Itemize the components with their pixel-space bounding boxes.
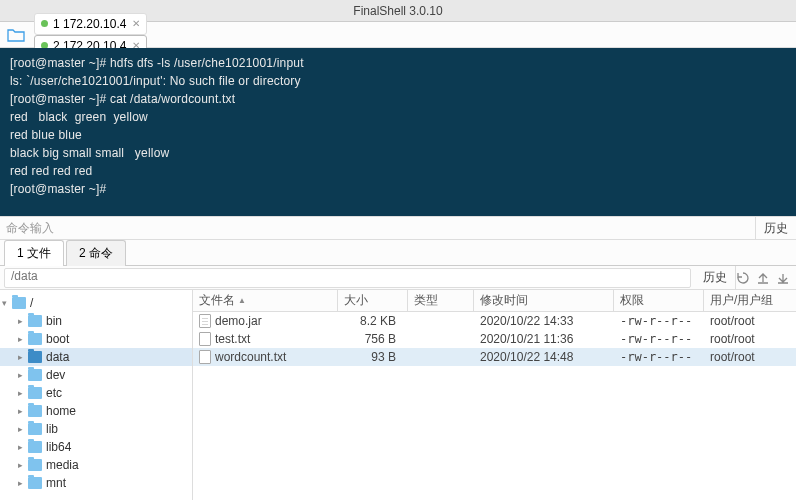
mid-tab-0[interactable]: 1 文件 (4, 240, 64, 266)
folder-icon (28, 351, 42, 363)
file-size: 93 B (338, 350, 408, 364)
file-list-body: demo.jar8.2 KB2020/10/22 14:33-rw-r--r--… (193, 312, 796, 500)
folder-icon (28, 459, 42, 471)
tree-label: lib64 (46, 440, 71, 454)
tree-label: mnt (46, 476, 66, 490)
tree-item-media[interactable]: ▸media (0, 456, 192, 474)
col-perm[interactable]: 权限 (614, 290, 704, 311)
chevron-right-icon[interactable]: ▸ (18, 334, 28, 344)
terminal-line: red red red red (10, 162, 786, 180)
tree-label: data (46, 350, 69, 364)
folder-icon (12, 297, 26, 309)
command-input-row: 命令输入 历史 (0, 216, 796, 240)
table-row[interactable]: test.txt756 B2020/10/21 11:36-rw-r--r--r… (193, 330, 796, 348)
top-toolbar: 1 172.20.10.4✕2 172.20.10.4✕ (0, 22, 796, 48)
folder-icon (28, 369, 42, 381)
file-icon (199, 350, 211, 364)
folder-icon (28, 387, 42, 399)
file-size: 756 B (338, 332, 408, 346)
tab-label: 1 172.20.10.4 (53, 17, 126, 31)
tree-item-dev[interactable]: ▸dev (0, 366, 192, 384)
chevron-right-icon[interactable]: ▸ (18, 316, 28, 326)
chevron-right-icon[interactable]: ▾ (2, 298, 12, 308)
terminal-line: [root@master ~]# (10, 180, 786, 198)
col-size[interactable]: 大小 (338, 290, 408, 311)
download-icon[interactable] (776, 271, 790, 285)
col-name[interactable]: 文件名▲ (193, 290, 338, 311)
chevron-right-icon[interactable]: ▸ (18, 424, 28, 434)
col-owner[interactable]: 用户/用户组 (704, 290, 796, 311)
tree-item-etc[interactable]: ▸etc (0, 384, 192, 402)
tree-label: home (46, 404, 76, 418)
file-icon (199, 314, 211, 328)
terminal-line: [root@master ~]# hdfs dfs -ls /user/che1… (10, 54, 786, 72)
path-input[interactable]: /data (4, 268, 691, 288)
file-list-side: 文件名▲ 大小 类型 修改时间 权限 用户/用户组 demo.jar8.2 KB… (193, 290, 796, 500)
file-owner: root/root (704, 332, 796, 346)
tree-label: boot (46, 332, 69, 346)
tree-item-bin[interactable]: ▸bin (0, 312, 192, 330)
tree-item-lib[interactable]: ▸lib (0, 420, 192, 438)
tree-label: etc (46, 386, 62, 400)
chevron-right-icon[interactable]: ▸ (18, 460, 28, 470)
tree-item-data[interactable]: ▸data (0, 348, 192, 366)
terminal-line: ls: `/user/che1021001/input': No such fi… (10, 72, 786, 90)
folder-icon (28, 315, 42, 327)
folder-icon (28, 441, 42, 453)
file-perm: -rw-r--r-- (614, 350, 704, 364)
path-history-button[interactable]: 历史 (695, 266, 736, 289)
tree-item-boot[interactable]: ▸boot (0, 330, 192, 348)
tree-label: / (30, 296, 33, 310)
connection-tab-0[interactable]: 1 172.20.10.4✕ (34, 13, 147, 35)
terminal-line: black big small small yellow (10, 144, 786, 162)
refresh-icon[interactable] (736, 271, 750, 285)
terminal-line: [root@master ~]# cat /data/wordcount.txt (10, 90, 786, 108)
terminal-output[interactable]: [root@master ~]# hdfs dfs -ls /user/che1… (0, 48, 796, 216)
chevron-right-icon[interactable]: ▸ (18, 406, 28, 416)
chevron-right-icon[interactable]: ▸ (18, 388, 28, 398)
sort-asc-icon: ▲ (238, 296, 246, 305)
open-folder-icon[interactable] (4, 25, 28, 45)
chevron-right-icon[interactable]: ▸ (18, 478, 28, 488)
file-name: wordcount.txt (215, 350, 286, 364)
tree-item-mnt[interactable]: ▸mnt (0, 474, 192, 492)
chevron-right-icon[interactable]: ▸ (18, 352, 28, 362)
close-icon[interactable]: ✕ (132, 18, 140, 29)
tree-label: lib (46, 422, 58, 436)
mid-tabs: 1 文件2 命令 (0, 240, 796, 266)
file-mtime: 2020/10/22 14:48 (474, 350, 614, 364)
file-mtime: 2020/10/21 11:36 (474, 332, 614, 346)
terminal-line: red blue blue (10, 126, 786, 144)
tree-item-root[interactable]: ▾/ (0, 294, 192, 312)
file-size: 8.2 KB (338, 314, 408, 328)
file-name: demo.jar (215, 314, 262, 328)
col-type[interactable]: 类型 (408, 290, 474, 311)
tree-label: dev (46, 368, 65, 382)
tree-item-lib64[interactable]: ▸lib64 (0, 438, 192, 456)
table-row[interactable]: demo.jar8.2 KB2020/10/22 14:33-rw-r--r--… (193, 312, 796, 330)
chevron-right-icon[interactable]: ▸ (18, 370, 28, 380)
tree-label: bin (46, 314, 62, 328)
file-perm: -rw-r--r-- (614, 314, 704, 328)
command-input[interactable]: 命令输入 (0, 220, 755, 237)
file-owner: root/root (704, 314, 796, 328)
folder-tree: ▾/▸bin▸boot▸data▸dev▸etc▸home▸lib▸lib64▸… (0, 290, 193, 500)
mid-tab-1[interactable]: 2 命令 (66, 240, 126, 266)
file-name: test.txt (215, 332, 250, 346)
terminal-line: red black green yellow (10, 108, 786, 126)
table-row[interactable]: wordcount.txt93 B2020/10/22 14:48-rw-r--… (193, 348, 796, 366)
upload-icon[interactable] (756, 271, 770, 285)
file-icon (199, 332, 211, 346)
folder-icon (28, 333, 42, 345)
tree-label: media (46, 458, 79, 472)
folder-icon (28, 405, 42, 417)
chevron-right-icon[interactable]: ▸ (18, 442, 28, 452)
file-owner: root/root (704, 350, 796, 364)
col-mtime[interactable]: 修改时间 (474, 290, 614, 311)
folder-icon (28, 477, 42, 489)
file-mtime: 2020/10/22 14:33 (474, 314, 614, 328)
tree-item-home[interactable]: ▸home (0, 402, 192, 420)
file-list-header: 文件名▲ 大小 类型 修改时间 权限 用户/用户组 (193, 290, 796, 312)
status-dot-icon (41, 20, 48, 27)
command-history-button[interactable]: 历史 (755, 217, 796, 239)
